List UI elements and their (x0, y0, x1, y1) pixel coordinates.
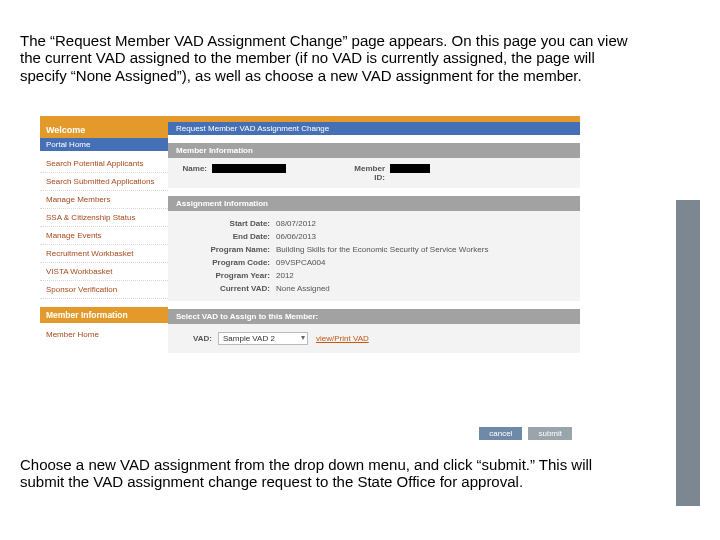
sidebar-item[interactable]: SSA & Citizenship Status (40, 209, 168, 227)
doc-intro-text: The “Request Member VAD Assignment Chang… (0, 32, 660, 84)
field-value: 08/07/2012 (276, 219, 316, 228)
section-member-info: Name: Member ID: (168, 158, 580, 188)
field-value: 06/06/2013 (276, 232, 316, 241)
field-label: Current VAD: (178, 284, 276, 293)
section-member-info-header: Member Information (168, 143, 580, 158)
sidebar-item[interactable]: Search Potential Applicants (40, 155, 168, 173)
field-value: Building Skills for the Economic Securit… (276, 245, 488, 254)
member-info-header: Member Information (40, 307, 168, 323)
field-value: 2012 (276, 271, 294, 280)
vad-select[interactable]: Sample VAD 2 (218, 332, 308, 345)
member-id-label: Member ID: (346, 164, 390, 182)
field-label: Start Date: (178, 219, 276, 228)
vad-label: VAD: (178, 334, 218, 343)
sidebar-item[interactable]: Recruitment Workbasket (40, 245, 168, 263)
member-id-value-redacted (390, 164, 430, 173)
slide-side-accent (676, 200, 700, 506)
name-label: Name: (178, 164, 212, 173)
field-label: Program Code: (178, 258, 276, 267)
field-label: End Date: (178, 232, 276, 241)
section-assignment-header: Assignment Information (168, 196, 580, 211)
main-panel: Request Member VAD Assignment Change Mem… (168, 122, 580, 446)
sidebar-item-member-home[interactable]: Member Home (40, 323, 168, 346)
field-label: Program Name: (178, 245, 276, 254)
app-screenshot: Welcome Portal Home Search Potential App… (40, 116, 580, 446)
sidebar-item[interactable]: Sponsor Verification (40, 281, 168, 299)
doc-outro-text: Choose a new VAD assignment from the dro… (0, 456, 660, 491)
sidebar-item[interactable]: VISTA Workbasket (40, 263, 168, 281)
cancel-button[interactable]: cancel (479, 427, 522, 440)
sidebar-item[interactable]: Manage Events (40, 227, 168, 245)
sidebar-item[interactable]: Search Submitted Applications (40, 173, 168, 191)
portal-home-header[interactable]: Portal Home (40, 138, 168, 151)
field-value: None Assigned (276, 284, 330, 293)
field-label: Program Year: (178, 271, 276, 280)
submit-button[interactable]: submit (528, 427, 572, 440)
field-value: 09VSPCA004 (276, 258, 325, 267)
section-select-vad: VAD: Sample VAD 2 view/Print VAD (168, 324, 580, 353)
sidebar: Welcome Portal Home Search Potential App… (40, 122, 168, 446)
section-select-vad-header: Select VAD to Assign to this Member: (168, 309, 580, 324)
action-buttons: cancel submit (479, 427, 572, 440)
page-title: Request Member VAD Assignment Change (168, 122, 580, 135)
sidebar-nav: Search Potential Applicants Search Submi… (40, 151, 168, 307)
view-print-vad-link[interactable]: view/Print VAD (316, 334, 369, 343)
welcome-header: Welcome (40, 122, 168, 138)
name-value-redacted (212, 164, 286, 173)
section-assignment-info: Start Date:08/07/2012 End Date:06/06/201… (168, 211, 580, 301)
sidebar-item[interactable]: Manage Members (40, 191, 168, 209)
